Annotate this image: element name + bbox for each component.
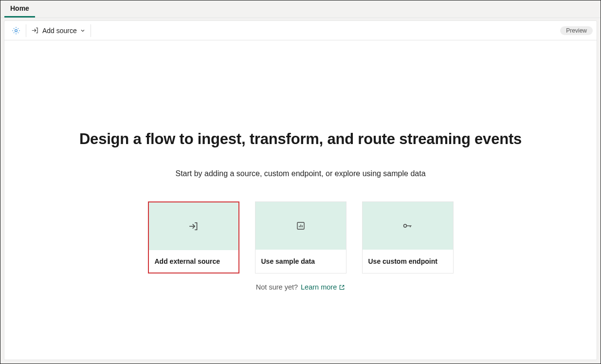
hint-question: Not sure yet? [256,283,298,291]
gear-icon [12,26,20,35]
card-icon-area [255,202,346,250]
card-label-text: Use sample data [261,257,315,265]
enter-icon [31,26,39,35]
card-use-sample-data[interactable]: Use sample data [255,201,346,273]
card-label-text: Add external source [155,257,220,265]
card-icon-area [363,202,453,250]
separator [91,24,91,37]
hint-row: Not sure yet? Learn more [256,283,345,291]
card-icon-area [149,202,238,250]
page-subtitle: Start by adding a source, custom endpoin… [175,169,425,178]
svg-point-0 [15,29,18,32]
tabs-bar: Home [0,0,601,18]
bar-chart-icon [296,221,306,231]
separator [26,24,26,37]
svg-point-2 [403,224,406,227]
option-cards: Add external source Use sample data [148,201,454,273]
preview-badge-label: Preview [566,27,587,34]
enter-icon [188,221,199,232]
card-add-external-source[interactable]: Add external source [148,201,239,273]
learn-more-link[interactable]: Learn more [301,283,345,291]
canvas: Design a flow to ingest, transform, and … [4,40,597,360]
tab-home[interactable]: Home [4,0,35,18]
page-title: Design a flow to ingest, transform, and … [79,130,522,148]
card-label-text: Use custom endpoint [368,257,437,265]
chevron-down-icon [80,28,86,34]
main-panel: Add source Preview Design a flow to inge… [4,20,597,360]
key-icon [402,221,414,231]
add-source-label: Add source [42,27,77,35]
add-source-button[interactable]: Add source [28,23,89,38]
card-label: Use sample data [255,250,346,273]
tab-home-label: Home [10,4,29,12]
card-use-custom-endpoint[interactable]: Use custom endpoint [362,201,454,273]
learn-more-label: Learn more [301,283,337,291]
card-label: Add external source [149,250,238,273]
preview-badge: Preview [560,26,593,35]
card-label: Use custom endpoint [363,250,453,273]
settings-button[interactable] [8,23,24,38]
toolbar: Add source Preview [4,21,597,40]
external-link-icon [339,284,345,291]
